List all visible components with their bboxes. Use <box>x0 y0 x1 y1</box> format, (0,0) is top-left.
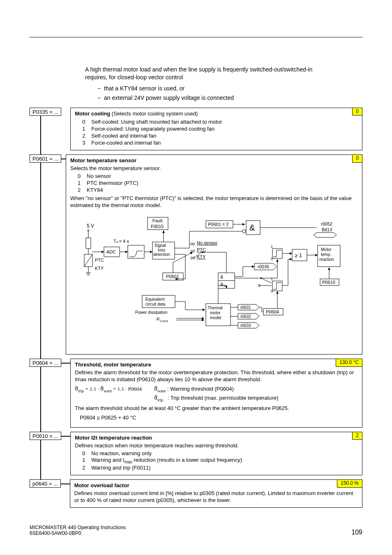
thermal-model-diagram: 5 V PTC KTY ADC <box>70 213 358 349</box>
svg-text:Bit13: Bit13 <box>322 227 332 232</box>
svg-text:Fault: Fault <box>152 218 162 223</box>
svg-text:PV,mot: PV,mot <box>157 317 168 323</box>
svg-text:2: 2 <box>190 256 192 260</box>
svg-line-44 <box>173 252 193 263</box>
svg-text:Equivalent: Equivalent <box>145 297 165 302</box>
svg-text:0: 0 <box>271 289 273 293</box>
param-label-p0335: P0335 = ... <box>30 108 61 116</box>
svg-text:temp.: temp. <box>321 252 331 257</box>
svg-text:ADC: ADC <box>106 249 116 254</box>
svg-text:≥ 1: ≥ 1 <box>295 252 302 258</box>
default-p0335: 0 <box>352 108 362 116</box>
diagram-5v: 5 V <box>87 223 94 229</box>
svg-point-0 <box>88 230 89 231</box>
svg-text:r0052: r0052 <box>321 221 332 226</box>
svg-text:r0633: r0633 <box>240 323 251 328</box>
svg-text:Signal: Signal <box>154 243 166 248</box>
page-number: 109 <box>351 529 362 536</box>
svg-point-31 <box>193 250 195 252</box>
svg-text:1: 1 <box>271 277 273 281</box>
svg-rect-2 <box>86 238 91 249</box>
footer-text: MICROMASTER 440 Operating Instructions 6… <box>30 525 126 536</box>
param-label-p0640: p0640 = ... <box>30 479 61 488</box>
svg-text:circuit data: circuit data <box>145 302 166 306</box>
param-label-p0601: P0601 = ... <box>30 154 61 163</box>
svg-text:r0035: r0035 <box>258 264 269 269</box>
svg-text:ϑ: ϑ <box>220 275 223 280</box>
svg-text:Thermal: Thermal <box>208 306 223 310</box>
svg-text:r0631: r0631 <box>240 305 251 310</box>
svg-text:PTC: PTC <box>197 247 206 252</box>
svg-text:loss: loss <box>158 248 165 252</box>
svg-text:motor: motor <box>210 311 221 315</box>
svg-rect-16 <box>128 245 144 258</box>
param-body-p0335: 0 Motor cooling (Selects motor cooling s… <box>70 108 362 150</box>
svg-text:1: 1 <box>271 244 273 249</box>
param-label-p0610: P0610 = ... <box>30 432 61 440</box>
svg-text:r0632: r0632 <box>240 314 251 319</box>
svg-point-50 <box>242 230 246 233</box>
svg-text:reaction: reaction <box>319 257 334 262</box>
svg-text:P0610: P0610 <box>322 280 335 285</box>
svg-text:&: & <box>249 223 255 232</box>
svg-text:P0601: P0601 <box>166 274 179 279</box>
svg-text:No sensor: No sensor <box>197 240 217 245</box>
svg-text:0: 0 <box>190 242 192 246</box>
svg-point-30 <box>193 243 195 245</box>
param-body-p0610: 2 Motor I2t temperature reaction Defines… <box>70 432 362 475</box>
param-label-p0604: P0604 = ... <box>30 359 61 367</box>
intro-bullet-1: that a KTY84 sensor is used, or <box>104 85 184 92</box>
svg-text:P0604: P0604 <box>266 309 279 314</box>
intro-bullet-2: an external 24V power supply voltage is … <box>104 94 234 101</box>
default-p0640: 150.0 % <box>337 479 362 488</box>
svg-text:model: model <box>210 315 221 320</box>
intro-text: A high thermal motor load and when the l… <box>85 66 332 81</box>
param-body-p0604: 130.0 °C Threshold, motor temperature De… <box>70 359 362 428</box>
svg-text:T₁ = 4 s: T₁ = 4 s <box>113 239 129 244</box>
svg-text:PTC: PTC <box>95 258 104 263</box>
svg-text:P0601 = 2: P0601 = 2 <box>208 222 228 227</box>
param-body-p0601: 0 Motor temperature sensor Selects the m… <box>66 154 362 355</box>
svg-text:KTY: KTY <box>95 266 104 271</box>
param-body-p0640: 150.0 % Motor overload factor Defines mo… <box>70 479 362 508</box>
default-p0601: 0 <box>352 154 362 163</box>
svg-text:ϑV: ϑV <box>220 282 226 288</box>
svg-text:Power dissipation: Power dissipation <box>135 310 167 315</box>
svg-line-68 <box>261 278 272 283</box>
svg-text:0: 0 <box>271 257 273 261</box>
svg-text:detection: detection <box>153 252 170 257</box>
default-p0610: 2 <box>352 432 362 440</box>
svg-text:F0015: F0015 <box>151 224 164 229</box>
svg-text:KTY: KTY <box>197 254 206 259</box>
default-p0604: 130.0 °C <box>336 359 362 367</box>
intro-paragraph: A high thermal motor load and when the l… <box>85 66 332 102</box>
svg-text:Motor: Motor <box>321 247 332 252</box>
